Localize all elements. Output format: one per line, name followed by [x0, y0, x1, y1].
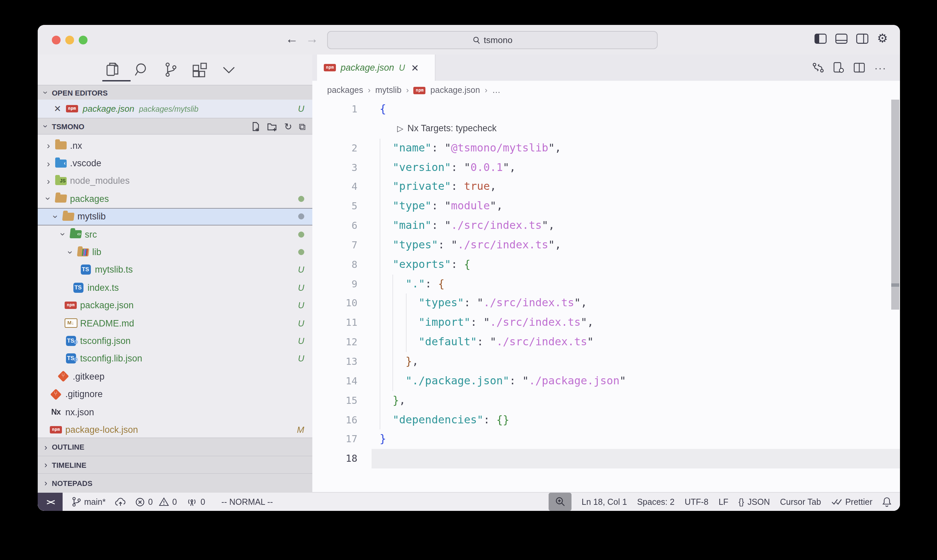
vim-mode-indicator[interactable]: -- NORMAL -- — [222, 497, 273, 506]
outline-section-header[interactable]: › OUTLINE — [38, 438, 312, 456]
source-control-icon[interactable] — [163, 62, 179, 78]
broadcast-indicator[interactable]: 0 — [186, 497, 205, 506]
minimize-traffic-light[interactable] — [65, 36, 74, 45]
cursor-position[interactable]: Ln 18, Col 1 — [582, 497, 627, 506]
file-name: .nx — [70, 140, 82, 151]
tree-item-mytslib-ts[interactable]: TSmytslib.tsU — [38, 261, 312, 278]
src-folder-icon: ‹› — [69, 230, 82, 238]
folder-open-icon — [62, 213, 74, 221]
code-line-10[interactable]: 10"types": "./src/index.ts", — [312, 294, 900, 313]
breadcrumb-item[interactable]: package.json — [431, 86, 480, 95]
tree-item-tsconfig-lib-json[interactable]: TStsconfig.lib.jsonU — [38, 350, 312, 368]
tree-item-nx-json[interactable]: Nxnx.json — [38, 403, 312, 421]
sync-indicator[interactable] — [115, 497, 126, 506]
code-line-9[interactable]: 9".": { — [312, 274, 900, 294]
line-number: 11 — [312, 313, 357, 333]
tree-item-mytslib[interactable]: ›mytslib — [38, 208, 312, 226]
notifications-bell-icon[interactable] — [883, 497, 891, 507]
code-line-11[interactable]: 11"import": "./src/index.ts", — [312, 313, 900, 333]
code-line-17[interactable]: 17} — [312, 430, 900, 449]
code-line-16[interactable]: 16"dependencies": {} — [312, 410, 900, 430]
explorer-icon[interactable] — [105, 62, 121, 78]
language-mode[interactable]: {} JSON — [739, 497, 770, 506]
nx-icon: Nx — [51, 408, 60, 416]
tree-item--gitignore[interactable]: .gitignore — [38, 385, 312, 403]
code-line-8[interactable]: 8"exports": { — [312, 255, 900, 275]
formatter-indicator[interactable]: Prettier — [831, 497, 872, 506]
tab-package-json[interactable]: npm package.json U ✕ — [317, 54, 435, 81]
error-icon — [135, 497, 145, 506]
explorer-section-header[interactable]: › TSMONO ↻ ⧉ — [38, 118, 312, 135]
code-line-6[interactable]: 6"main": "./src/index.ts", — [312, 216, 900, 235]
code-line-12[interactable]: 12"default": "./src/index.ts" — [312, 332, 900, 352]
tsconfig-icon: TS — [66, 354, 76, 364]
code-line-15[interactable]: 15}, — [312, 391, 900, 410]
codelens-nx-targets[interactable]: ▷Nx Targets: typecheck — [312, 119, 900, 138]
eol-sequence[interactable]: LF — [719, 497, 728, 506]
tree-item-package-json[interactable]: npmpackage.jsonU — [38, 297, 312, 314]
typescript-icon: TS — [80, 265, 91, 275]
cursor-tab-indicator[interactable]: Cursor Tab — [780, 497, 821, 506]
tree-item-index-ts[interactable]: TSindex.tsU — [38, 278, 312, 297]
code-line-14[interactable]: 14"./package.json": "./package.json" — [312, 372, 900, 391]
code-editor[interactable]: 1{▷Nx Targets: typecheck2"name": "@tsmon… — [312, 100, 900, 492]
run-triangle-icon[interactable]: ▷ — [397, 124, 403, 133]
new-folder-icon[interactable] — [268, 122, 278, 131]
open-editors-header[interactable]: › OPEN EDITORS — [38, 85, 312, 100]
toggle-secondary-sidebar-icon[interactable] — [856, 33, 868, 43]
close-icon[interactable]: ✕ — [54, 104, 61, 114]
close-icon[interactable]: ✕ — [411, 62, 419, 73]
extensions-icon[interactable] — [192, 62, 208, 78]
new-file-icon[interactable] — [251, 122, 261, 131]
split-editor-icon[interactable] — [854, 63, 865, 73]
code-line-5[interactable]: 5"type": "module", — [312, 197, 900, 216]
breadcrumb-item[interactable]: … — [492, 86, 500, 95]
encoding[interactable]: UTF-8 — [685, 497, 708, 506]
breadcrumb-item[interactable]: packages — [327, 86, 363, 95]
code-line-2[interactable]: 2"name": "@tsmono/mytslib", — [312, 138, 900, 158]
tree-item-lib[interactable]: ›lib — [38, 243, 312, 261]
remote-indicator[interactable]: >< — [38, 493, 63, 511]
open-preview-icon[interactable] — [833, 62, 844, 73]
tree-item-tsconfig-json[interactable]: TStsconfig.jsonU — [38, 332, 312, 350]
branch-indicator[interactable]: main* — [72, 497, 106, 507]
code-line-1[interactable]: 1{ — [312, 100, 900, 119]
tree-item-readme-md[interactable]: M↓README.mdU — [38, 314, 312, 332]
toggle-panel-icon[interactable] — [835, 33, 848, 43]
indentation[interactable]: Spaces: 2 — [637, 497, 674, 506]
toggle-sidebar-icon[interactable] — [814, 33, 826, 43]
tree-item--gitkeep[interactable]: .gitkeep — [38, 368, 312, 385]
code-line-3[interactable]: 3"version": "0.0.1", — [312, 158, 900, 177]
open-editor-item[interactable]: ✕ npm package.json packages/mytslib U — [38, 100, 312, 118]
problems-indicator[interactable]: 0 0 — [135, 497, 177, 506]
code-line-13[interactable]: 13}, — [312, 352, 900, 372]
tree-item-src[interactable]: ›‹›src — [38, 226, 312, 243]
tree-item-packages[interactable]: ›packages — [38, 190, 312, 208]
tree-item-package-lock-json[interactable]: npmpackage-lock.jsonM — [38, 421, 312, 438]
chevron-down-icon[interactable] — [221, 62, 237, 78]
close-traffic-light[interactable] — [52, 36, 61, 45]
back-arrow-icon[interactable]: ← — [285, 29, 298, 48]
codelens-label[interactable]: Nx Targets: typecheck — [407, 123, 497, 133]
open-changes-icon[interactable] — [812, 62, 824, 73]
tree-item--nx[interactable]: ›.nx — [38, 137, 312, 154]
code-line-4[interactable]: 4"private": true, — [312, 177, 900, 197]
breadcrumb-item[interactable]: mytslib — [375, 86, 402, 95]
more-actions-icon[interactable]: ··· — [874, 62, 886, 73]
tree-item--vscode[interactable]: ›‹.vscode — [38, 154, 312, 172]
line-number: 18 — [312, 449, 357, 468]
notepads-label: NOTEPADS — [52, 479, 92, 487]
code-line-7[interactable]: 7"types": "./src/index.ts", — [312, 235, 900, 255]
settings-gear-icon[interactable]: ⚙ — [877, 32, 888, 45]
collapse-all-icon[interactable]: ⧉ — [299, 122, 306, 131]
search-icon[interactable] — [134, 62, 150, 78]
command-center-search[interactable]: tsmono — [327, 31, 658, 49]
zoom-indicator[interactable] — [549, 493, 571, 511]
forward-arrow-icon[interactable]: → — [306, 29, 318, 48]
refresh-icon[interactable]: ↻ — [285, 122, 292, 131]
notepads-section-header[interactable]: › NOTEPADS — [38, 474, 312, 492]
tree-item-node-modules[interactable]: ›JSnode_modules — [38, 172, 312, 190]
zoom-traffic-light[interactable] — [79, 36, 88, 45]
timeline-section-header[interactable]: › TIMELINE — [38, 456, 312, 474]
code-line-18[interactable]: 18 — [312, 449, 900, 468]
